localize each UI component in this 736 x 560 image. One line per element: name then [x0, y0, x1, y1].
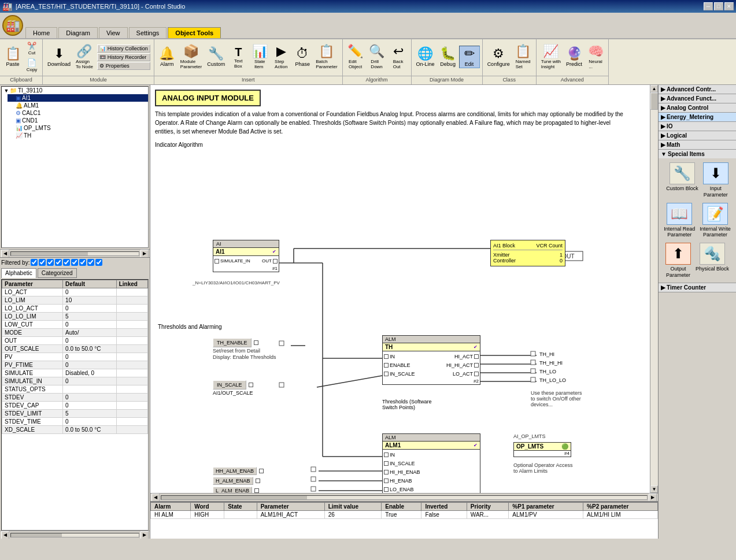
rp-energy-metering-header[interactable]: ▶ Energy_Metering [659, 113, 736, 121]
alarm-col-priority[interactable]: Priority [467, 503, 509, 511]
params-row[interactable]: LO_LIM 10 [2, 296, 148, 305]
tab-diagram[interactable]: Diagram [58, 27, 98, 38]
tree-scroll-left[interactable]: ◀ [1, 250, 9, 258]
vscroll-down[interactable]: ▼ [650, 485, 658, 493]
l-alm-enab[interactable]: L_ALM_ENAB [213, 487, 259, 493]
edit-object-button[interactable]: ✏️ EditObject [345, 43, 366, 70]
alarm-col-parameter[interactable]: Parameter [257, 503, 324, 511]
alarm-col-enable[interactable]: Enable [382, 503, 421, 511]
configure-button[interactable]: ⚙ Configure [485, 46, 512, 68]
step-action-button[interactable]: ▶ StepAction [271, 43, 291, 70]
vscroll-up[interactable]: ▲ [650, 85, 658, 92]
alarm-col-limit[interactable]: Limit value [324, 503, 382, 511]
neural-button[interactable]: 🧠 Neural... [585, 43, 606, 70]
h-alm-enab[interactable]: H_ALM_ENAB [213, 477, 260, 485]
params-row[interactable]: LO_LO_ACT 0 [2, 305, 148, 313]
drill-down-button[interactable]: 🔍 DrillDown [367, 43, 387, 70]
tab-view[interactable]: View [99, 27, 128, 38]
alm1-block[interactable]: ALM ALM1 ✔ IN [382, 433, 480, 493]
alarm-col-word[interactable]: Word [191, 503, 224, 511]
tab-settings[interactable]: Settings [129, 27, 167, 38]
params-row[interactable]: PV 0 [2, 353, 148, 361]
minimize-button[interactable]: ─ [704, 2, 713, 10]
predict-button[interactable]: 🔮 Predict [564, 46, 585, 68]
rp-io-header[interactable]: ▶ IO [659, 122, 736, 131]
custom-button[interactable]: 🔧 Custom [205, 46, 227, 68]
rp-input-param[interactable]: ⬇ InputParameter [701, 161, 730, 200]
filter-check-1[interactable] [31, 259, 38, 266]
tree-item-op-lmts[interactable]: 📊 OP_LMTS [8, 124, 148, 132]
params-row[interactable]: SIMULATE Disabled, 0 [2, 369, 148, 377]
batch-parameter-button[interactable]: 📋 BatchParameter [313, 43, 339, 70]
hscroll-right[interactable]: ▶ [649, 494, 657, 502]
rp-output-param[interactable]: ⬆ OutputParameter [664, 241, 693, 280]
filter-check-3[interactable] [47, 259, 54, 266]
params-row[interactable]: STDEV_CAP 0 [2, 402, 148, 410]
params-row[interactable]: STATUS_OPTS [2, 385, 148, 394]
params-row[interactable]: STDEV_TIME 0 [2, 418, 148, 426]
properties-button[interactable]: ⚙Properties [97, 62, 150, 70]
rp-internal-write[interactable]: 📝 Internal WriteParameter [698, 201, 732, 240]
tree-scroll-right[interactable]: ▶ [140, 250, 149, 258]
filter-check-8[interactable] [87, 259, 94, 266]
alarm-button[interactable]: 🔔 Alarm [157, 46, 177, 68]
tree-item-cnd1[interactable]: ▣ CND1 [8, 117, 148, 124]
params-scroll-left[interactable]: ◀ [1, 531, 9, 539]
history-collection-button[interactable]: 📊History Collection [97, 44, 150, 53]
params-row[interactable]: XD_SCALE 0.0 to 50.0 °C [2, 426, 148, 434]
rp-logical-header[interactable]: ▶ Logical [659, 131, 736, 140]
hscroll-left[interactable]: ◀ [151, 494, 160, 502]
th-enable-block[interactable]: TH_ENABLE [213, 338, 258, 347]
named-set-button[interactable]: 📋 NamedSet [513, 43, 534, 70]
tab-object-tools[interactable]: Object Tools [168, 27, 221, 38]
tab-categorized[interactable]: Categorized [38, 268, 77, 278]
tab-home[interactable]: Home [25, 27, 57, 38]
alarm-row-1[interactable]: HI ALM HIGH ALM1/HI_ACT 26 True False WA… [151, 511, 658, 519]
canvas-scroll[interactable]: ANALOG INPUT MODULE This template provid… [150, 85, 650, 493]
rp-advanced-funct-header[interactable]: ▶ Advanced Funct... [659, 94, 736, 103]
filter-check-5[interactable] [63, 259, 70, 266]
rp-custom-block[interactable]: 🔧 Custom Block [664, 161, 700, 200]
tune-insight-button[interactable]: 📈 Tune withInsight [539, 43, 563, 70]
params-row[interactable]: OUT_SCALE 0.0 to 50.0 °C [2, 345, 148, 353]
hh-alm-enab[interactable]: HH_ALM_ENAB [213, 467, 264, 475]
assign-to-node-button[interactable]: 🔗 AssignTo Node [73, 43, 95, 70]
rp-math-header[interactable]: ▶ Math [659, 140, 736, 149]
alarm-col-alarm[interactable]: Alarm [151, 503, 191, 511]
filter-check-6[interactable] [71, 259, 78, 266]
tree-item-root[interactable]: ▼ 📁 TI_39110 [2, 87, 148, 94]
params-row[interactable]: OUT 0 [2, 337, 148, 345]
params-row[interactable]: SIMULATE_IN 0 [2, 377, 148, 385]
col-parameter[interactable]: Parameter [2, 280, 63, 288]
phase-button[interactable]: ⏱ Phase [292, 46, 313, 68]
ai1-block[interactable]: AI AI1 ✔ SIMULATE_IN [213, 240, 279, 272]
paste-button[interactable]: 📋 Paste [2, 46, 23, 68]
col-linked[interactable]: Linked [116, 280, 147, 288]
params-table[interactable]: Parameter Default Linked LO_ACT 0 LO_LIM… [1, 279, 149, 531]
filter-check-2[interactable] [39, 259, 46, 266]
in-scale-block[interactable]: IN_SCALE [213, 380, 253, 390]
back-out-button[interactable]: ↩ BackOut [388, 43, 409, 70]
tab-alphabetic[interactable]: Alphabetic [1, 268, 36, 278]
params-scroll-right[interactable]: ▶ [140, 531, 149, 539]
params-row[interactable]: STDEV_LIMIT 5 [2, 410, 148, 418]
filter-check-4[interactable] [55, 259, 62, 266]
tree-item-th[interactable]: 📈 TH [8, 132, 148, 139]
cut-button[interactable]: ✂️ Cut [24, 40, 40, 57]
params-row[interactable]: PV_FTIME 0 [2, 361, 148, 369]
maximize-button[interactable]: □ [714, 2, 723, 10]
download-button[interactable]: ⬇ Download [45, 46, 73, 68]
state-item-button[interactable]: 📊 StateItem [249, 43, 270, 70]
tree-item-alm1[interactable]: 🔔 ALM1 [8, 102, 148, 109]
module-parameter-button[interactable]: 📦 ModuleParameter [178, 43, 204, 70]
alarm-col-p2[interactable]: %P2 parameter [583, 503, 658, 511]
rp-analog-control-header[interactable]: ▶ Analog Control [659, 103, 736, 112]
text-box-button[interactable]: T TextBox [228, 44, 249, 70]
tree-view[interactable]: ▼ 📁 TI_39110 ▣ AI1 🔔 ALM1 ⚙ [1, 86, 149, 248]
expand-icon[interactable]: ▼ [3, 88, 10, 94]
params-row[interactable]: LOW_CUT 0 [2, 321, 148, 329]
edit-mode-button[interactable]: ✏ Edit [459, 46, 480, 68]
rp-special-items-header[interactable]: ▼ Special Items [659, 150, 736, 158]
canvas-vscroll[interactable]: ▲ ▼ [650, 85, 658, 493]
rp-timer-counter-header[interactable]: ▶ Timer Counter [659, 283, 736, 292]
